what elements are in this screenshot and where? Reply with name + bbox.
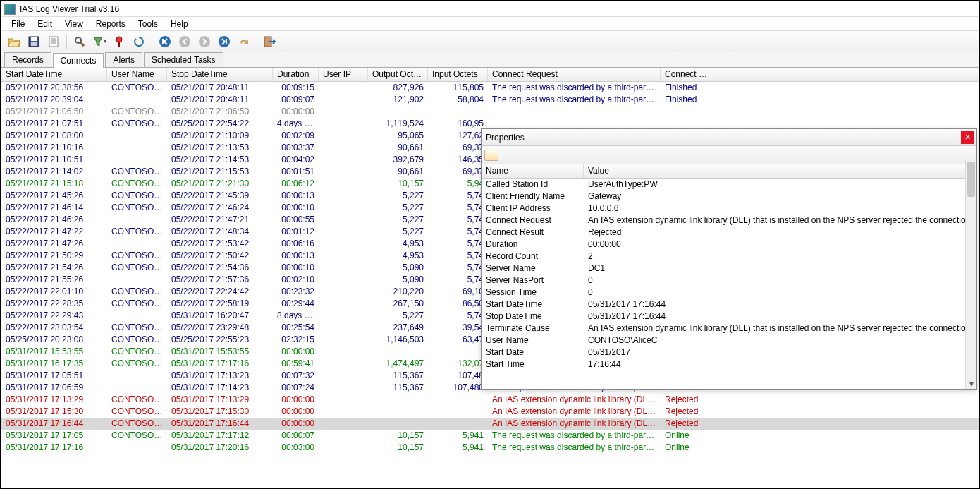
close-icon[interactable]: ✕ xyxy=(961,131,974,144)
cell-res: Finished xyxy=(661,94,713,106)
open-icon[interactable] xyxy=(6,33,23,50)
cell-uip xyxy=(319,142,368,154)
tab-records[interactable]: Records xyxy=(4,52,51,67)
col-header[interactable]: Input Octets xyxy=(428,68,488,81)
cell-stop: 05/22/2017 21:53:42 xyxy=(167,238,273,250)
cell-in: 107,48 xyxy=(428,370,488,382)
col-header[interactable]: Connect Request xyxy=(488,68,661,81)
cell-user: CONTOSO\AliceC xyxy=(107,82,167,94)
cell-dur: 00:09:07 xyxy=(273,94,319,106)
cell-dur: 00:04:02 xyxy=(273,154,319,166)
col-header[interactable]: Duration xyxy=(273,68,319,81)
cell-dur: 00:02:10 xyxy=(273,274,319,286)
cell-uip xyxy=(319,382,368,394)
prop-row[interactable]: Client Friendly NameGateway xyxy=(482,191,976,203)
table-row[interactable]: 05/31/2017 17:17:05CONTOSO\AliceC05/31/2… xyxy=(1,430,979,442)
prop-name: Connect Request xyxy=(482,215,584,227)
properties-panel[interactable]: Properties ✕ Name Value Called Station I… xyxy=(481,128,977,390)
properties-body[interactable]: Called Station IdUserAuthType:PWClient F… xyxy=(482,179,976,389)
prop-value: 05/31/2017 17:16:44 xyxy=(584,310,976,322)
pin-icon[interactable] xyxy=(111,33,128,50)
col-header[interactable]: Stop DateTime xyxy=(167,68,273,81)
prop-name: Start DateTime xyxy=(482,298,584,310)
cell-uip xyxy=(319,202,368,214)
col-header[interactable]: User IP xyxy=(319,68,368,81)
properties-titlebar[interactable]: Properties ✕ xyxy=(482,129,976,146)
nav-next-icon[interactable] xyxy=(196,33,213,50)
cell-start: 05/21/2017 21:10:51 xyxy=(1,154,107,166)
table-row[interactable]: 05/31/2017 17:13:29CONTOSO\AliceC05/31/2… xyxy=(1,394,979,406)
tab-connects[interactable]: Connects xyxy=(53,53,104,68)
cell-stop: 05/22/2017 21:47:21 xyxy=(167,214,273,226)
table-row[interactable]: 05/31/2017 17:16:44CONTOSO\AliceC05/31/2… xyxy=(1,418,979,430)
prop-row[interactable]: Start Date05/31/2017 xyxy=(482,346,976,358)
cell-req xyxy=(488,106,661,118)
table-row[interactable]: 05/21/2017 20:39:0405/21/2017 20:48:1100… xyxy=(1,94,979,106)
search-icon[interactable] xyxy=(71,33,88,50)
redo-icon[interactable] xyxy=(235,33,252,50)
prop-row[interactable]: User NameCONTOSO\AliceC xyxy=(482,334,976,346)
prop-row[interactable]: Start Time17:16:44 xyxy=(482,358,976,370)
menu-help[interactable]: Help xyxy=(165,18,194,30)
col-header[interactable]: Connect Re... xyxy=(661,68,713,81)
col-header[interactable]: User Name xyxy=(107,68,167,81)
col-header[interactable]: Start DateTime xyxy=(1,68,107,81)
save-icon[interactable] xyxy=(25,33,42,50)
nav-prev-icon[interactable] xyxy=(176,33,193,50)
prop-row[interactable]: Duration00:00:00 xyxy=(482,239,976,250)
prop-row[interactable]: Connect RequestAn IAS extension dynamic … xyxy=(482,215,976,227)
menu-reports[interactable]: Reports xyxy=(90,18,131,30)
menu-file[interactable]: File xyxy=(6,18,30,30)
cell-dur: 00:06:12 xyxy=(273,178,319,190)
cell-dur: 00:00:00 xyxy=(273,394,319,406)
props-scrollbar[interactable]: ▴ ▾ xyxy=(965,160,976,389)
cell-in: 5,941 xyxy=(428,430,488,442)
nav-first-icon[interactable] xyxy=(157,33,173,50)
prop-row[interactable]: Start DateTime05/31/2017 17:16:44 xyxy=(482,298,976,310)
cell-in: 132,07 xyxy=(428,358,488,370)
table-row[interactable]: 05/31/2017 17:15:30CONTOSO\AliceC05/31/2… xyxy=(1,406,979,418)
refresh-icon[interactable] xyxy=(130,33,147,50)
menu-view[interactable]: View xyxy=(59,18,89,30)
cell-out: 392,679 xyxy=(368,154,428,166)
tab-scheduled-tasks[interactable]: Scheduled Tasks xyxy=(144,52,223,67)
tabs: RecordsConnectsAlertsScheduled Tasks xyxy=(1,52,979,68)
filter-icon[interactable]: ▾ xyxy=(91,33,108,50)
tab-alerts[interactable]: Alerts xyxy=(105,52,142,67)
prop-row[interactable]: Called Station IdUserAuthType:PW xyxy=(482,179,976,191)
table-row[interactable]: 05/21/2017 20:38:56CONTOSO\AliceC05/21/2… xyxy=(1,82,979,94)
prop-row[interactable]: Stop DateTime05/31/2017 17:16:44 xyxy=(482,310,976,322)
cell-user: CONTOSO\AliceC xyxy=(107,202,167,214)
cell-dur: 00:07:24 xyxy=(273,382,319,394)
exit-icon[interactable] xyxy=(262,33,278,50)
scroll-thumb[interactable] xyxy=(967,162,975,197)
col-header[interactable]: Output Octets xyxy=(368,68,428,81)
nav-last-icon[interactable] xyxy=(216,33,233,50)
cell-start: 05/22/2017 21:46:14 xyxy=(1,202,107,214)
menu-edit[interactable]: Edit xyxy=(32,18,58,30)
prop-row[interactable]: Connect ResultRejected xyxy=(482,227,976,239)
cell-req: An IAS extension dynamic link library (D… xyxy=(488,406,661,418)
prop-name: Start Time xyxy=(482,358,584,370)
prop-row[interactable]: Client IP Address10.0.0.6 xyxy=(482,203,976,215)
prop-row[interactable]: Terminate CauseAn IAS extension dynamic … xyxy=(482,322,976,334)
cell-dur: 00:25:54 xyxy=(273,322,319,334)
prop-value: 10.0.0.6 xyxy=(584,203,976,215)
app-icon xyxy=(4,4,16,15)
prop-row[interactable]: Server NasPort0 xyxy=(482,274,976,286)
table-row[interactable]: 05/31/2017 17:17:1605/31/2017 17:20:1600… xyxy=(1,442,979,454)
prop-row[interactable]: Session Time0 xyxy=(482,286,976,298)
scroll-down-icon[interactable]: ▾ xyxy=(966,378,976,389)
report-icon[interactable] xyxy=(45,33,62,50)
cell-dur: 00:01:12 xyxy=(273,226,319,238)
prop-row[interactable]: Record Count2 xyxy=(482,250,976,262)
cell-stop: 05/31/2017 16:20:47 xyxy=(167,310,273,322)
prop-row[interactable]: Server NameDC1 xyxy=(482,262,976,274)
table-row[interactable]: 05/21/2017 21:06:50CONTOSO\AliceC05/21/2… xyxy=(1,106,979,118)
cell-req: An IAS extension dynamic link library (D… xyxy=(488,418,661,430)
prop-name: User Name xyxy=(482,334,584,346)
toolbar-separator xyxy=(257,35,257,49)
categorize-icon[interactable] xyxy=(484,150,498,161)
cell-out: 115,367 xyxy=(368,382,428,394)
menu-tools[interactable]: Tools xyxy=(133,18,164,30)
